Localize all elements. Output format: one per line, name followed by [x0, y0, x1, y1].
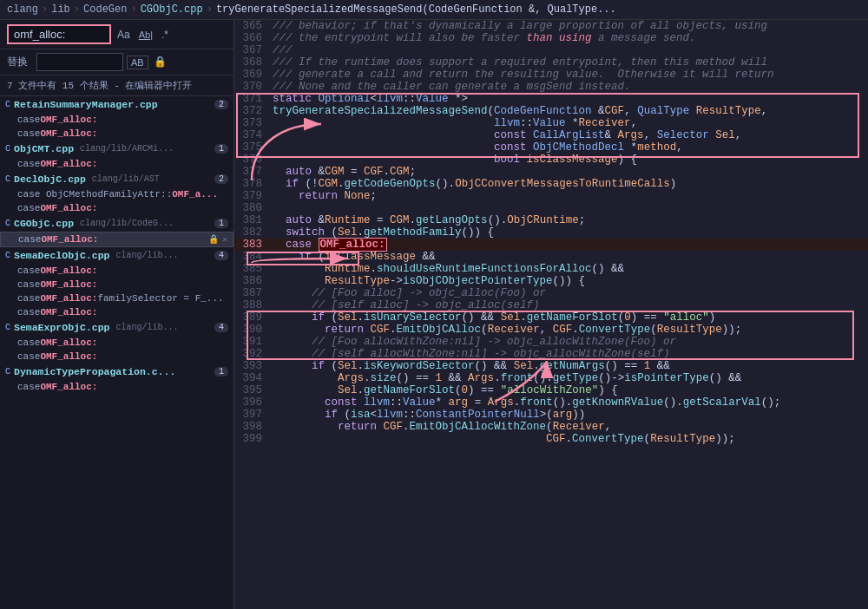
- line-code: return None;: [269, 190, 868, 202]
- table-row: 369 /// generate a call and return the r…: [234, 69, 868, 81]
- close-icon[interactable]: ✕: [222, 234, 227, 245]
- file-header-semadecl[interactable]: C SemaDeclObjC.cpp clang/lib... 4: [0, 247, 233, 264]
- match-item[interactable]: case OMF_alloc:: [0, 127, 233, 141]
- match-case-button[interactable]: Aa: [115, 27, 133, 43]
- line-number: 390: [234, 324, 269, 336]
- match-item[interactable]: case OMF_alloc:: [0, 305, 233, 319]
- line-code: ResultType->isObjCObjectPointerType()) {: [269, 275, 868, 287]
- line-number: 389: [234, 311, 269, 324]
- table-row: 370 /// None and the caller can generate…: [234, 81, 868, 93]
- file-group-declobjc: C DeclObjC.cpp clang/lib/AST 2 case ObjC…: [0, 171, 233, 215]
- match-item[interactable]: case OMF_alloc:: [0, 113, 233, 127]
- table-row: 390 return CGF.EmitObjCAlloc(Receiver, C…: [234, 324, 868, 336]
- line-number: 374: [234, 129, 269, 141]
- table-row: 371 static Optional<llvm::Value *>: [234, 93, 868, 105]
- file-type-icon: C: [5, 219, 10, 228]
- match-count: 2: [214, 174, 228, 184]
- line-number: 396: [234, 396, 269, 409]
- line-code: if (Sel.isKeywordSelector() && Sel.getNu…: [269, 360, 868, 372]
- file-name: SemaExprObjC.cpp: [14, 322, 109, 333]
- match-item[interactable]: case OMF_alloc:: [0, 264, 233, 278]
- file-header-declobjc[interactable]: C DeclObjC.cpp clang/lib/AST 2: [0, 171, 233, 187]
- table-row: 381 auto &Runtime = CGM.getLangOpts().Ob…: [234, 214, 868, 226]
- table-row: 380: [234, 202, 868, 214]
- regex-button[interactable]: .*: [159, 27, 171, 43]
- file-group-objcmt: C ObjCMT.cpp clang/lib/ARCMi... 1 case O…: [0, 141, 233, 171]
- line-number: 377: [234, 166, 269, 178]
- table-row: 365 /// behavior; if that's dynamically …: [234, 20, 868, 32]
- table-row: 377 auto &CGM = CGF.CGM;: [234, 166, 868, 178]
- line-number: 372: [234, 105, 269, 117]
- match-item[interactable]: case OMF_alloc:: [0, 201, 233, 215]
- match-item[interactable]: case ObjCMethodFamilyAttr::OMF_a...: [0, 187, 233, 201]
- breadcrumb-item[interactable]: tryGenerateSpecializedMessageSend(CodeGe…: [216, 3, 616, 16]
- file-name: DeclObjC.cpp: [14, 174, 86, 185]
- file-group-semadecl: C SemaDeclObjC.cpp clang/lib... 4 case O…: [0, 247, 233, 319]
- line-code: tryGenerateSpecializedMessageSend(CodeGe…: [269, 105, 868, 117]
- table-row: 392 // [self allocWithZone:nil] -> objc_…: [234, 348, 868, 360]
- line-number: 365: [234, 20, 269, 32]
- search-input[interactable]: [7, 24, 111, 44]
- file-group-dynamictype: C DynamicTypePropagation.c... 1 case OMF…: [0, 363, 233, 394]
- line-number: 375: [234, 141, 269, 154]
- replace-bar: 替换 AB 🔒: [0, 49, 233, 75]
- match-word-button[interactable]: Ab|: [136, 28, 155, 42]
- match-item[interactable]: case OMF_alloc:: [0, 336, 233, 350]
- file-type-icon: C: [5, 144, 10, 154]
- table-row: 393 if (Sel.isKeywordSelector() && Sel.g…: [234, 360, 868, 372]
- line-code: const ObjCMethodDecl *method,: [269, 141, 868, 154]
- line-code: return CGF.EmitObjCAlloc(Receiver, CGF.C…: [269, 324, 868, 336]
- breadcrumb-item[interactable]: CGObjC.cpp: [141, 3, 203, 16]
- table-row: 389 if (Sel.isUnarySelector() && Sel.get…: [234, 311, 868, 324]
- line-number: 371: [234, 93, 269, 105]
- breadcrumb-item[interactable]: CodeGen: [83, 3, 127, 16]
- table-row: 384 if (isClassMessage &&: [234, 251, 868, 263]
- line-code: /// behavior; if that's dynamically a la…: [269, 20, 868, 32]
- match-item[interactable]: case OMF_alloc:: [0, 278, 233, 291]
- match-item-active[interactable]: case OMF_alloc: 🔒 ✕: [0, 232, 233, 247]
- table-row: 373 llvm::Value *Receiver,: [234, 117, 868, 129]
- breadcrumb-sep: ›: [207, 3, 213, 16]
- match-item[interactable]: case OMF_alloc: familySelector = F_...: [0, 291, 233, 305]
- match-item[interactable]: case OMF_alloc:: [0, 350, 233, 363]
- file-name: DynamicTypePropagation.c...: [14, 366, 175, 377]
- search-bar: Aa Ab| .*: [0, 20, 233, 49]
- breadcrumb-item[interactable]: lib: [51, 3, 70, 16]
- file-path: clang/lib/AST: [92, 174, 160, 184]
- table-row: 366 /// the entrypoint will also be fast…: [234, 32, 868, 44]
- replace-input[interactable]: [36, 53, 123, 71]
- file-header-objcmt[interactable]: C ObjCMT.cpp clang/lib/ARCMi... 1: [0, 141, 233, 157]
- match-item[interactable]: case OMF_alloc:: [0, 157, 233, 171]
- table-row: 379 return None;: [234, 190, 868, 202]
- line-code: if (!CGM.getCodeGenOpts().ObjCConvertMes…: [269, 178, 868, 190]
- line-number: 379: [234, 190, 269, 202]
- file-type-icon: C: [5, 251, 10, 260]
- table-row: 385 Runtime.shouldUseRuntimeFunctionsFor…: [234, 263, 868, 275]
- breadcrumb-sep: ›: [130, 3, 136, 16]
- line-number: 388: [234, 299, 269, 311]
- line-number: 384: [234, 251, 269, 263]
- code-panel[interactable]: 365 /// behavior; if that's dynamically …: [234, 20, 868, 609]
- lock-icon: 🔒: [208, 234, 219, 245]
- line-number: 383: [234, 239, 269, 251]
- breadcrumb-item[interactable]: clang: [7, 3, 38, 16]
- file-header-dynamictype[interactable]: C DynamicTypePropagation.c... 1: [0, 363, 233, 380]
- file-header-cgobjc[interactable]: C CGObjC.cpp clang/lib/CodeG... 1: [0, 215, 233, 232]
- file-name: CGObjC.cpp: [14, 218, 74, 229]
- table-row: 367 ///: [234, 44, 868, 56]
- file-header-semaexpr[interactable]: C SemaExprObjC.cpp clang/lib... 4: [0, 319, 233, 336]
- file-group-cgobjc: C CGObjC.cpp clang/lib/CodeG... 1 case O…: [0, 215, 233, 247]
- line-number: 369: [234, 69, 269, 81]
- replace-match-button[interactable]: AB: [127, 56, 148, 69]
- file-path: clang/lib/CodeG...: [80, 219, 174, 228]
- table-row: 382 switch (Sel.getMethodFamily()) {: [234, 226, 868, 239]
- file-header-retainsummary[interactable]: C RetainSummaryManager.cpp 2: [0, 96, 233, 113]
- match-count: 4: [214, 251, 228, 260]
- replace-icon: 🔒: [154, 56, 167, 69]
- line-number: 399: [234, 433, 269, 445]
- line-number: 393: [234, 360, 269, 372]
- match-item[interactable]: case OMF_alloc:: [0, 380, 233, 394]
- file-name: RetainSummaryManager.cpp: [14, 99, 158, 110]
- replace-label: 替换: [7, 55, 33, 69]
- line-code: /// If the runtime does support a requir…: [269, 56, 868, 69]
